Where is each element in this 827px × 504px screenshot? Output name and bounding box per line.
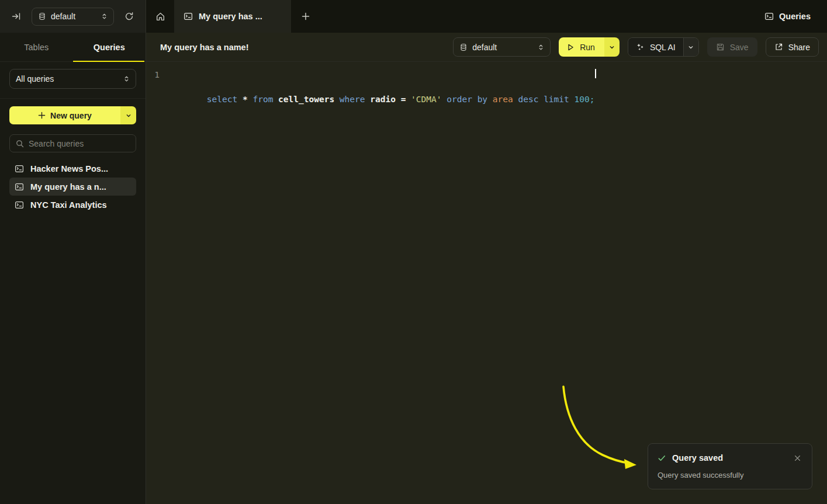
code-token (273, 95, 278, 104)
home-button[interactable] (146, 0, 174, 33)
console-icon (184, 12, 193, 21)
query-list-item[interactable]: NYC Taxi Analytics (9, 196, 136, 214)
sidebar-tabs: Tables Queries (0, 33, 146, 62)
new-query-menu-button[interactable] (120, 106, 136, 124)
sparkles-icon (636, 43, 645, 51)
chevron-down-icon (126, 113, 132, 119)
database-icon (38, 12, 46, 20)
run-label: Run (580, 43, 595, 52)
code-token (569, 95, 575, 104)
check-icon (658, 454, 666, 463)
share-label: Share (788, 43, 810, 52)
code-token: cell_towers (278, 95, 334, 104)
console-icon (764, 12, 774, 21)
text-caret (595, 69, 596, 78)
code-token (442, 95, 447, 104)
query-list: Hacker News Pos... My query has a n... (9, 159, 136, 214)
run-options-button[interactable] (604, 37, 620, 57)
search-icon (16, 140, 24, 148)
tab-tables[interactable]: Tables (0, 33, 73, 61)
chevron-down-icon (688, 44, 694, 50)
save-button[interactable]: Save (707, 37, 757, 57)
code-token: area (493, 95, 513, 104)
console-icon (15, 200, 24, 210)
sidebar: Tables Queries All queries (0, 33, 146, 504)
query-toolbar: default Run (453, 37, 819, 57)
sidebar-database-selector[interactable]: default (32, 8, 114, 26)
new-query-split-button: New query (9, 106, 136, 124)
code-token: 'CDMA' (411, 95, 441, 104)
code-token (365, 95, 371, 104)
query-item-label: NYC Taxi Analytics (30, 200, 107, 210)
tab-queries-label: Queries (94, 43, 125, 52)
code-token (396, 95, 401, 104)
toast-close-button[interactable] (792, 453, 802, 463)
new-query-button[interactable]: New query (9, 106, 120, 124)
query-item-label: Hacker News Pos... (30, 164, 108, 173)
chevron-updown-icon (123, 75, 130, 82)
code-token (237, 95, 243, 104)
home-icon (155, 12, 165, 22)
code-token (406, 95, 411, 104)
query-item-label: My query has a n... (30, 182, 106, 192)
code-line: 1 select * from cell_towers where radio … (146, 69, 827, 106)
top-bar: default (0, 0, 827, 33)
tab-my-query[interactable]: My query has ... (174, 0, 291, 33)
new-tab-button[interactable] (291, 0, 320, 33)
refresh-button[interactable] (121, 8, 137, 25)
code-token (487, 95, 493, 104)
plus-icon (302, 12, 310, 20)
play-icon (566, 43, 575, 51)
collapse-sidebar-button[interactable] (8, 8, 25, 25)
query-header: My query has a name! default (146, 33, 827, 62)
sql-editor[interactable]: 1 select * from cell_towers where radio … (146, 62, 827, 504)
tab-tables-label: Tables (24, 43, 49, 52)
query-filter-select[interactable]: All queries (9, 69, 136, 89)
code-token: where (340, 95, 365, 104)
line-number: 1 (146, 69, 166, 106)
chevron-down-icon (609, 44, 615, 50)
refresh-icon (124, 12, 134, 21)
topbar-spacer (320, 0, 764, 33)
main-panel: My query has a name! default (146, 33, 827, 504)
toast-message: Query saved successfully (658, 471, 802, 479)
new-query-label: New query (50, 111, 92, 120)
toast-header: Query saved (658, 453, 802, 463)
console-icon (15, 164, 24, 173)
content: Tables Queries All queries (0, 33, 827, 504)
code-token: ; (590, 95, 595, 104)
queries-panel-button[interactable]: Queries (764, 0, 827, 33)
toolbar-database-selector[interactable]: default (453, 37, 551, 57)
toast-title: Query saved (672, 453, 723, 463)
code-token: limit (544, 95, 569, 104)
query-filter-value: All queries (16, 74, 54, 84)
code-content: select * from cell_towers where radio = … (166, 69, 594, 106)
sql-ai-button[interactable]: SQL AI (628, 38, 683, 56)
run-button[interactable]: Run (559, 37, 604, 57)
code-token: order (447, 95, 472, 104)
search-input[interactable] (29, 139, 130, 148)
sql-ai-split-button: SQL AI (628, 37, 699, 57)
query-filter-section: All queries (0, 62, 146, 99)
chevron-updown-icon (101, 13, 108, 20)
run-split-button: Run (559, 37, 620, 57)
queries-panel-label: Queries (779, 12, 811, 21)
sql-ai-label: SQL AI (650, 43, 676, 52)
code-token: 100 (575, 95, 590, 104)
chevron-updown-icon (538, 44, 544, 51)
toast-query-saved: Query saved Query saved successfully (648, 443, 812, 489)
sidebar-header: default (0, 0, 146, 33)
code-token: from (252, 95, 273, 104)
sidebar-database-value: default (51, 12, 75, 21)
query-list-item[interactable]: Hacker News Pos... (9, 159, 136, 178)
tab-label: My query has ... (199, 12, 262, 21)
tab-bar: My query has ... Queries (146, 0, 827, 33)
query-list-item[interactable]: My query has a n... (9, 178, 136, 196)
database-icon (459, 43, 468, 51)
share-button[interactable]: Share (766, 37, 819, 57)
save-icon (716, 43, 725, 51)
query-search (9, 134, 136, 152)
tab-queries[interactable]: Queries (73, 33, 146, 61)
code-token (538, 95, 544, 104)
sql-ai-options-button[interactable] (683, 38, 698, 56)
